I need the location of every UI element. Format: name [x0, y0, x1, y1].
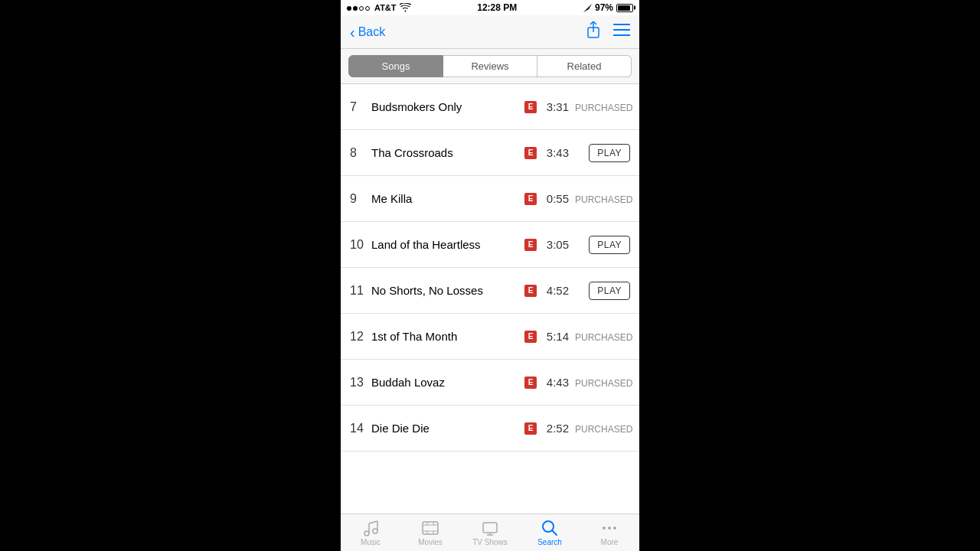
location-icon	[583, 4, 592, 12]
song-action: PURCHASED	[575, 422, 630, 435]
song-info: Buddah LovazE	[371, 375, 537, 390]
bottom-tab-movies[interactable]: Movies	[400, 514, 460, 551]
list-button[interactable]	[613, 23, 630, 41]
song-number: 11	[350, 284, 371, 298]
song-number: 8	[350, 146, 371, 160]
explicit-badge: E	[524, 422, 537, 435]
wifi-icon	[400, 3, 411, 12]
purchased-label: PURCHASED	[575, 424, 632, 435]
song-action: PURCHASED	[575, 192, 630, 206]
song-number: 12	[350, 330, 371, 344]
battery-percent: 97%	[595, 2, 613, 13]
navigation-bar: ‹ Back	[341, 15, 639, 49]
song-duration: 5:14	[537, 330, 569, 343]
svg-point-22	[603, 527, 606, 530]
bottom-tab-tv[interactable]: TV Shows	[460, 514, 520, 551]
movies-icon	[422, 520, 439, 536]
svg-line-9	[369, 521, 377, 523]
music-label: Music	[361, 538, 381, 546]
tab-related[interactable]: Related	[537, 55, 632, 77]
play-button[interactable]: PLAY	[589, 282, 630, 300]
purchased-label: PURCHASED	[575, 103, 632, 113]
song-info: Me KillaE	[371, 191, 537, 207]
svg-point-5	[364, 531, 369, 536]
more-label: More	[601, 538, 619, 546]
song-row: 13Buddah LovazE4:43PURCHASED	[341, 360, 639, 406]
battery-icon	[616, 4, 633, 12]
tab-songs[interactable]: Songs	[348, 55, 443, 77]
song-action[interactable]: PLAY	[575, 282, 630, 300]
song-action: PURCHASED	[575, 376, 630, 390]
song-number: 14	[350, 422, 371, 435]
search-label: Search	[537, 538, 562, 546]
song-row: 14Die Die DieE2:52PURCHASED	[341, 406, 639, 452]
song-number: 7	[350, 100, 371, 114]
bottom-tab-search[interactable]: Search	[520, 514, 580, 551]
song-title: No Shorts, No Losses	[371, 283, 520, 298]
song-info: No Shorts, No LossesE	[371, 283, 537, 298]
tv-icon	[482, 520, 498, 536]
song-duration: 4:43	[537, 376, 569, 389]
song-action[interactable]: PLAY	[575, 236, 630, 254]
explicit-badge: E	[524, 331, 537, 343]
phone-frame: AT&T 12:28 PM 97% ‹ Back	[341, 0, 639, 551]
song-number: 9	[350, 192, 371, 206]
signal-dots	[347, 3, 371, 12]
svg-marker-0	[583, 4, 592, 12]
song-info: Budsmokers OnlyE	[371, 99, 537, 115]
song-title: Budsmokers Only	[371, 99, 520, 115]
song-title: Land of tha Heartless	[371, 237, 520, 253]
song-row: 9Me KillaE0:55PURCHASED	[341, 176, 639, 222]
song-info: 1st of Tha MonthE	[371, 329, 537, 344]
song-info: Land of tha HeartlessE	[371, 237, 537, 253]
song-duration: 4:52	[537, 284, 569, 297]
svg-rect-10	[423, 522, 438, 534]
svg-point-6	[373, 529, 377, 533]
back-label: Back	[358, 25, 386, 39]
purchased-label: PURCHASED	[575, 194, 632, 205]
song-row: 10Land of tha HeartlessE3:05PLAY	[341, 222, 639, 268]
song-row: 11No Shorts, No LossesE4:52PLAY	[341, 268, 639, 314]
song-duration: 3:05	[537, 238, 569, 251]
svg-point-23	[608, 527, 611, 530]
bottom-tab-bar: Music Movies TV Shows	[341, 514, 639, 551]
song-number: 10	[350, 238, 371, 252]
song-title: 1st of Tha Month	[371, 329, 520, 344]
song-row: 121st of Tha MonthE5:14PURCHASED	[341, 314, 639, 360]
song-duration: 2:52	[537, 422, 569, 435]
bottom-tab-more[interactable]: More	[580, 514, 639, 551]
status-left: AT&T	[347, 3, 411, 12]
explicit-badge: E	[524, 147, 537, 159]
song-action: PURCHASED	[575, 330, 630, 344]
explicit-badge: E	[524, 101, 537, 113]
play-button[interactable]: PLAY	[589, 236, 630, 254]
song-action: PURCHASED	[575, 100, 630, 114]
tab-reviews[interactable]: Reviews	[443, 55, 537, 77]
song-action[interactable]: PLAY	[575, 144, 630, 162]
song-title: Die Die Die	[371, 421, 520, 436]
status-right: 97%	[583, 2, 633, 13]
song-duration: 3:43	[537, 146, 569, 159]
song-info: Die Die DieE	[371, 421, 537, 436]
back-button[interactable]: ‹ Back	[350, 24, 385, 40]
search-icon	[541, 520, 558, 536]
chevron-left-icon: ‹	[350, 24, 355, 40]
song-title: Tha Crossroads	[371, 145, 520, 161]
song-duration: 0:55	[537, 192, 569, 205]
share-button[interactable]	[586, 21, 601, 42]
song-number: 13	[350, 376, 371, 390]
movies-label: Movies	[418, 538, 443, 546]
bottom-tab-music[interactable]: Music	[341, 514, 400, 551]
svg-point-24	[613, 527, 616, 530]
explicit-badge: E	[524, 285, 537, 297]
song-row: 7Budsmokers OnlyE3:31PURCHASED	[341, 84, 639, 130]
svg-line-21	[553, 530, 557, 535]
music-icon	[362, 520, 379, 536]
nav-icons	[586, 21, 630, 42]
svg-rect-17	[483, 523, 497, 533]
purchased-label: PURCHASED	[575, 332, 632, 343]
songs-list: 7Budsmokers OnlyE3:31PURCHASED8Tha Cross…	[341, 84, 639, 514]
explicit-badge: E	[524, 377, 537, 389]
play-button[interactable]: PLAY	[589, 144, 630, 162]
explicit-badge: E	[524, 239, 537, 251]
